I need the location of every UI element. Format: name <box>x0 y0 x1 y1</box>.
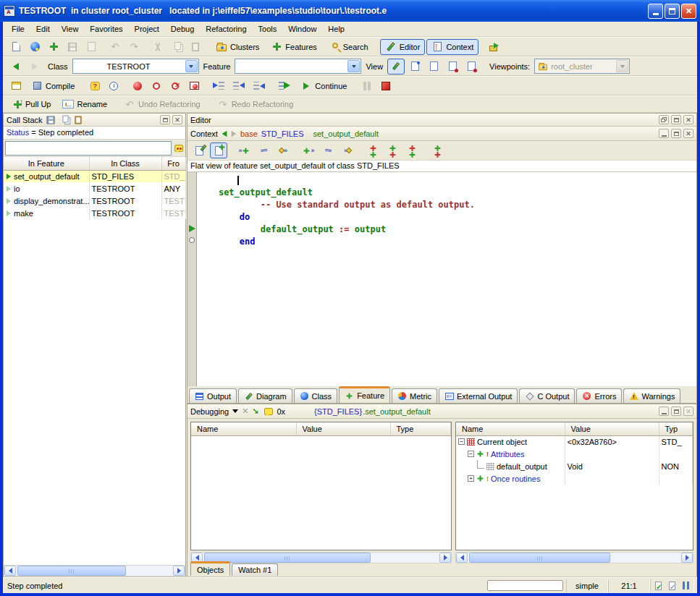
pause-button[interactable] <box>358 78 376 94</box>
scroll-track[interactable] <box>468 553 681 563</box>
expand-icon[interactable]: + <box>468 475 474 482</box>
menu-window[interactable]: Window <box>282 23 322 35</box>
scroll-left-arrow[interactable] <box>4 566 16 576</box>
scroll-right-arrow[interactable] <box>173 566 185 576</box>
redo-button[interactable]: ↷ <box>125 39 143 55</box>
project-settings-button[interactable] <box>7 78 25 94</box>
col-in-feature[interactable]: In Feature <box>4 157 89 170</box>
menu-favorites[interactable]: Favorites <box>84 23 128 35</box>
object-row-attributes[interactable]: −!Attributes <box>456 448 693 460</box>
tab-external-output[interactable]: x=External Output <box>439 388 518 403</box>
menu-file[interactable]: File <box>6 23 30 35</box>
undo-refactoring-button[interactable]: ↶ Undo Refactoring <box>119 96 206 112</box>
step-over-button[interactable] <box>229 78 248 94</box>
object-row-once[interactable]: +!Once routines <box>456 472 693 485</box>
new-document-button[interactable] <box>7 39 25 55</box>
compile-help-button[interactable]: ? <box>86 78 104 94</box>
editor-toggle-button[interactable]: Editor <box>380 39 426 55</box>
copy-button[interactable] <box>168 39 185 55</box>
viewpoints-combobox[interactable]: root_cluster <box>534 59 630 74</box>
menu-project[interactable]: Project <box>129 23 165 35</box>
undo-button[interactable]: ↶ <box>106 39 124 55</box>
scroll-thumb[interactable] <box>469 553 610 563</box>
history-forward-button[interactable] <box>26 59 43 74</box>
close-button[interactable]: ✕ <box>681 4 696 19</box>
menu-view[interactable]: View <box>56 23 85 35</box>
features-button[interactable]: Features <box>266 39 321 55</box>
remove-breakpoints-button[interactable] <box>166 78 184 94</box>
tab-warnings[interactable]: Warnings <box>623 388 680 403</box>
minimize-button[interactable] <box>648 4 663 19</box>
scroll-thumb[interactable] <box>17 566 126 576</box>
run-ignore-breakpoints-button[interactable] <box>275 78 294 94</box>
paste-button[interactable] <box>187 39 204 55</box>
menu-tools[interactable]: Tools <box>253 23 283 35</box>
assigners-button[interactable]: »= <box>255 142 272 158</box>
tab-c-output[interactable]: C Output <box>519 388 575 403</box>
tab-objects[interactable]: Objects <box>190 561 230 576</box>
code-lines[interactable]: set_output_default -- Use standard outpu… <box>198 174 696 248</box>
collapse-icon[interactable]: − <box>458 438 465 445</box>
pull-up-button[interactable]: Pull Up <box>7 96 56 112</box>
editor-restore-button[interactable] <box>659 115 669 124</box>
step-into-button[interactable] <box>209 78 228 94</box>
col-in-class[interactable]: In Class <box>89 157 161 170</box>
created-button[interactable]: » <box>339 142 356 158</box>
objects-hscrollbar[interactable] <box>455 552 693 563</box>
save-all-button[interactable] <box>83 39 100 55</box>
tab-watch-1[interactable]: Watch #1 <box>232 563 278 576</box>
tab-class[interactable]: Class <box>294 388 338 403</box>
class-combobox[interactable]: TESTROOT <box>72 59 199 74</box>
call-stack-row[interactable]: display_demonstrat... TESTROOT TEST <box>4 195 185 207</box>
call-stack-close-button[interactable]: ✕ <box>172 115 182 124</box>
show-breakpoints-button[interactable] <box>185 78 203 94</box>
enable-breakpoints-button[interactable] <box>129 78 146 94</box>
call-stack-filter-input[interactable] <box>5 141 172 156</box>
editor-close-button[interactable]: ✕ <box>683 115 693 124</box>
hex-format-toggle[interactable]: 0x <box>277 407 285 416</box>
watch-col-name[interactable]: Name <box>191 422 296 435</box>
context-close-button[interactable]: ✕ <box>683 129 693 138</box>
scroll-left-arrow[interactable] <box>456 553 468 563</box>
delete-expression-icon[interactable]: ✕ <box>242 406 248 416</box>
save-call-stack-button[interactable] <box>46 115 56 125</box>
descendant-versions-button[interactable] <box>384 142 401 158</box>
implementers-button[interactable] <box>403 142 421 158</box>
rename-button[interactable]: I... Rename <box>57 96 112 112</box>
history-back-button[interactable] <box>7 59 25 74</box>
tab-errors[interactable]: ✕Errors <box>576 388 622 403</box>
call-stack-row[interactable]: io TESTROOT ANY <box>4 182 185 195</box>
objects-col-name[interactable]: Name <box>456 422 565 435</box>
watch-col-type[interactable]: Type <box>390 422 451 435</box>
edit-feature-button[interactable] <box>190 142 208 158</box>
copy-call-stack-button[interactable] <box>59 115 70 125</box>
call-stack-row-current[interactable]: set_output_default STD_FILES STD_ <box>4 170 185 182</box>
context-maximize-button[interactable] <box>671 129 681 138</box>
view-contract-button[interactable] <box>444 59 461 74</box>
call-stack-hscrollbar[interactable] <box>4 565 185 576</box>
call-stack-dialog-button[interactable] <box>173 143 184 153</box>
save-button[interactable] <box>64 39 81 55</box>
debug-maximize-button[interactable] <box>671 406 681 416</box>
code-editor[interactable]: set_output_default -- Use standard outpu… <box>187 172 696 386</box>
tab-feature[interactable]: Feature <box>339 386 390 403</box>
maximize-button[interactable] <box>665 4 680 19</box>
menu-edit[interactable]: Edit <box>30 23 56 35</box>
compile-button[interactable]: Compile <box>26 78 80 94</box>
creators-button[interactable]: » <box>274 142 292 158</box>
scroll-right-arrow[interactable] <box>439 553 451 563</box>
context-minimize-button[interactable] <box>659 129 669 138</box>
watch-col-value[interactable]: Value <box>296 422 390 435</box>
editor-maximize-button[interactable] <box>671 115 681 124</box>
breadcrumb-feature[interactable]: set_output_default <box>313 129 379 138</box>
exchange-icon[interactable] <box>252 407 261 416</box>
breadcrumb-class[interactable]: STD_FILES <box>261 129 304 138</box>
callees-button[interactable]: » <box>300 142 317 158</box>
objects-col-type[interactable]: Typ <box>659 422 693 435</box>
view-editor-button[interactable] <box>387 59 405 74</box>
code-gutter[interactable] <box>187 172 197 386</box>
feature-combobox[interactable] <box>235 59 361 74</box>
objects-col-value[interactable]: Value <box>565 422 659 435</box>
object-row-attribute[interactable]: default_output Void NON <box>456 460 693 472</box>
redo-refactoring-button[interactable]: ↷ Redo Refactoring <box>212 96 299 112</box>
